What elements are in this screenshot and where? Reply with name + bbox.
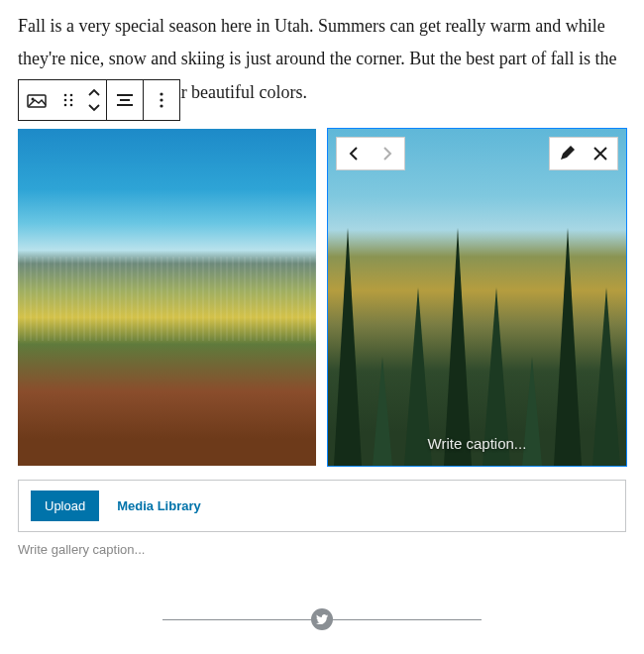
gallery-image[interactable]: [328, 129, 626, 466]
gallery-caption-input[interactable]: Write gallery caption...: [18, 538, 626, 557]
move-up-button[interactable]: [82, 84, 106, 100]
block-mover: [82, 80, 106, 120]
media-library-button[interactable]: Media Library: [117, 498, 201, 513]
svg-point-12: [160, 98, 162, 101]
gallery-icon: [27, 92, 47, 108]
close-icon: [593, 147, 607, 161]
gallery-image[interactable]: [18, 129, 316, 466]
svg-point-4: [64, 99, 67, 102]
move-image-left-button[interactable]: [337, 138, 371, 169]
share-widget: [162, 608, 482, 630]
remove-image-button[interactable]: [584, 138, 617, 169]
divider: [333, 619, 482, 620]
svg-point-3: [70, 94, 73, 97]
image-nav-overlay: [336, 137, 405, 170]
gallery-block[interactable]: Write caption...: [18, 129, 626, 466]
pencil-icon: [559, 146, 575, 162]
svg-point-2: [64, 94, 67, 97]
block-toolbar: [18, 79, 180, 121]
svg-point-11: [160, 92, 162, 95]
chevron-down-icon: [88, 104, 100, 112]
svg-point-6: [64, 104, 67, 107]
twitter-share-button[interactable]: [311, 608, 333, 630]
move-image-right-button: [371, 138, 404, 169]
edit-image-button[interactable]: [550, 138, 584, 169]
svg-point-5: [70, 99, 73, 102]
more-vertical-icon: [160, 92, 163, 108]
twitter-icon: [316, 614, 328, 624]
image-tools-overlay: [549, 137, 618, 170]
upload-button[interactable]: Upload: [31, 490, 99, 521]
move-down-button[interactable]: [82, 100, 106, 116]
align-center-icon: [116, 93, 134, 107]
drag-handle[interactable]: [54, 80, 82, 120]
align-button[interactable]: [107, 80, 143, 120]
gallery-appender: Upload Media Library: [18, 480, 626, 532]
gallery-item-selected[interactable]: Write caption...: [328, 129, 626, 466]
svg-point-13: [160, 104, 162, 107]
svg-point-7: [70, 104, 73, 107]
chevron-left-icon: [349, 147, 359, 161]
image-caption-input[interactable]: Write caption...: [328, 435, 626, 452]
chevron-right-icon: [382, 147, 392, 161]
gallery-item[interactable]: [18, 129, 316, 466]
drag-handle-icon: [62, 92, 74, 108]
divider: [162, 619, 311, 620]
more-options-button[interactable]: [144, 80, 179, 120]
chevron-up-icon: [88, 88, 100, 96]
block-type-button[interactable]: [19, 80, 54, 120]
